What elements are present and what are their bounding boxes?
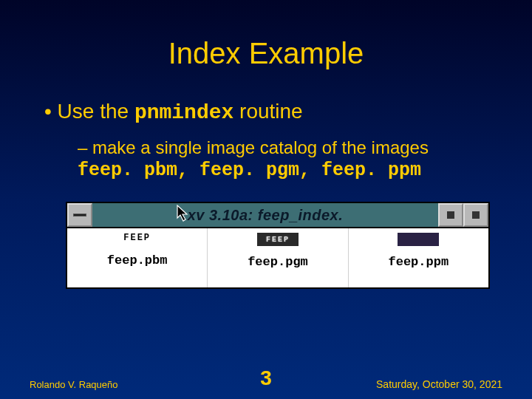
slide-title: Index Example: [33, 37, 499, 70]
footer-page-number: 3: [260, 366, 272, 390]
svg-marker-0: [177, 205, 187, 221]
thumbnail-pgm-text: FEEP: [266, 236, 290, 244]
thumbnail-cell-pbm[interactable]: FEEP feep.pbm: [67, 228, 208, 287]
system-menu-icon: [73, 214, 86, 216]
bullet1-code: pnmindex: [134, 101, 233, 124]
maximize-button[interactable]: [463, 203, 488, 227]
slide: Index Example Use the pnmindex routine m…: [0, 0, 532, 399]
window-title[interactable]: xv 3.10a: feep_index.: [92, 203, 438, 227]
footer: Rolando V. Raqueño 3 Saturday, October 3…: [0, 378, 532, 390]
xv-titlebar: xv 3.10a: feep_index.: [67, 203, 488, 228]
thumbnail-ppm: [398, 233, 439, 246]
thumbnail-label: feep.pbm: [107, 253, 168, 267]
thumbnail-cell-ppm[interactable]: feep.ppm: [349, 228, 488, 287]
thumbnail-pbm: FEEP: [123, 233, 151, 243]
bullet-level-2-group: make a single image catalog of the image…: [33, 137, 499, 158]
window-title-text: xv 3.10a: feep_index.: [188, 207, 344, 224]
thumbnail-cell-pgm[interactable]: FEEP feep.pgm: [208, 228, 348, 287]
file-list-code: feep. pbm, feep. pgm, feep. ppm: [33, 160, 499, 181]
thumbnail-pgm: FEEP: [257, 233, 299, 246]
maximize-icon: [472, 211, 480, 219]
bullet-level-2: make a single image catalog of the image…: [78, 137, 499, 158]
system-menu-button[interactable]: [67, 203, 92, 227]
xv-body: FEEP feep.pbm FEEP feep.pgm feep.ppm: [67, 228, 488, 287]
bullet-level-1: Use the pnmindex routine: [33, 100, 499, 124]
minimize-button[interactable]: [438, 203, 463, 227]
thumbnail-label: feep.pgm: [248, 255, 308, 269]
footer-author: Rolando V. Raqueño: [30, 379, 118, 390]
xv-window: xv 3.10a: feep_index. FEEP feep.pbm FEE: [66, 202, 490, 289]
minimize-icon: [447, 211, 454, 219]
thumbnail-label: feep.ppm: [389, 255, 449, 269]
footer-date: Saturday, October 30, 2021: [376, 378, 502, 390]
bullet1-text-prefix: Use the: [58, 100, 134, 123]
bullet1-text-suffix: routine: [233, 100, 302, 123]
